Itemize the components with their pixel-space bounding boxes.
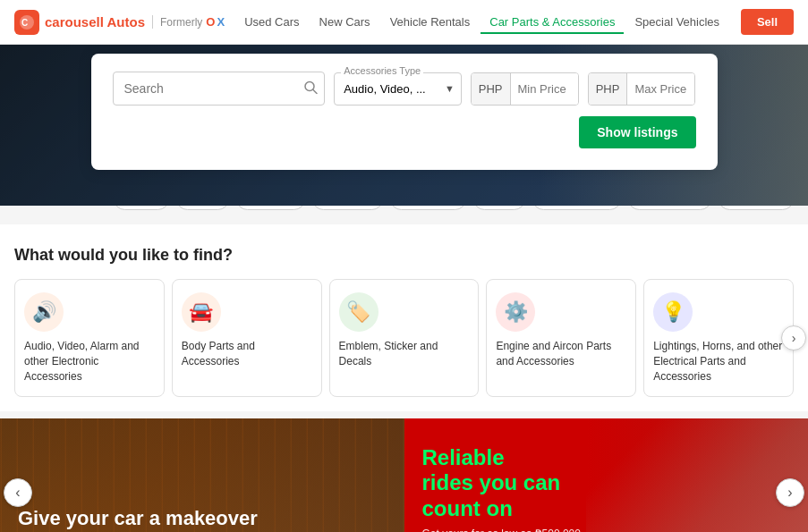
- formerly-area: Formerly OX: [152, 15, 225, 29]
- main-nav: Used Cars New Cars Vehicle Rentals Car P…: [235, 10, 741, 34]
- min-price-input[interactable]: [511, 73, 579, 105]
- search-btn-row: Show listings: [113, 116, 696, 148]
- ox-o: O: [206, 15, 215, 29]
- category-audio-label: Audio, Video, Alarm and other Electronic…: [24, 339, 155, 384]
- categories-row: 🔊 Audio, Video, Alarm and other Electron…: [14, 279, 794, 397]
- search-input-wrap: [113, 72, 326, 106]
- sell-button[interactable]: Sell: [741, 9, 794, 35]
- banner-makeover[interactable]: Give your car a makeover Parts and acces…: [0, 418, 404, 532]
- logo-brand: carousell Autos: [45, 14, 145, 30]
- search-icon-button[interactable]: [303, 80, 318, 97]
- formerly-label: Formerly: [160, 16, 202, 29]
- search-icon: [303, 80, 318, 95]
- max-price-currency: PHP: [589, 73, 628, 105]
- categories-section: What would you like to find? 🔊 Audio, Vi…: [0, 224, 808, 411]
- category-engine-label: Engine and Aircon Parts and Accessories: [496, 339, 626, 369]
- nav-new-cars[interactable]: New Cars: [310, 10, 379, 34]
- show-listings-button[interactable]: Show listings: [579, 116, 695, 148]
- banner-right-text: Reliable rides you can count on Get your…: [422, 445, 625, 532]
- search-row: Accessories Type Audio, Video, ... Body …: [113, 72, 696, 106]
- banner-makeover-title: Give your car a makeover: [18, 507, 322, 530]
- nav-vehicle-rentals[interactable]: Vehicle Rentals: [381, 10, 480, 34]
- banner-prev-button[interactable]: ‹: [4, 478, 32, 507]
- category-engine[interactable]: ⚙️ Engine and Aircon Parts and Accessori…: [486, 279, 636, 397]
- categories-title: What would you like to find?: [14, 246, 794, 265]
- category-audio-icon: 🔊: [24, 292, 64, 332]
- banner-left-text: Give your car a makeover Parts and acces…: [18, 507, 322, 532]
- header: C carousell Autos Formerly OX Used Cars …: [0, 0, 808, 45]
- category-engine-icon: ⚙️: [496, 292, 535, 332]
- banner-reliable-title: Reliable rides you can count on: [422, 445, 625, 522]
- max-price-input[interactable]: [627, 73, 695, 105]
- banner-reliable[interactable]: Reliable rides you can count on Get your…: [404, 418, 809, 532]
- accessories-label: Accessories Type: [341, 65, 423, 76]
- ox-x: X: [217, 15, 225, 29]
- banner-next-button[interactable]: ›: [776, 478, 804, 507]
- banners-section: ‹ Give your car a makeover Parts and acc…: [0, 418, 808, 532]
- category-emblem[interactable]: 🏷️ Emblem, Sticker and Decals: [329, 279, 480, 397]
- svg-line-3: [313, 90, 317, 94]
- logo-area: C carousell Autos: [14, 10, 145, 35]
- banner-reliable-subtitle: Get yours for as low as ₱500,000: [422, 528, 625, 532]
- category-emblem-icon: 🏷️: [339, 292, 378, 332]
- accessories-dropdown[interactable]: Audio, Video, ... Body Parts and Accesso…: [334, 72, 462, 106]
- search-input[interactable]: [113, 72, 326, 106]
- categories-next-button[interactable]: ›: [781, 325, 806, 350]
- max-price-wrap: PHP: [588, 72, 696, 106]
- search-container: Accessories Type Audio, Video, ... Body …: [91, 54, 718, 170]
- nav-car-parts[interactable]: Car Parts & Accessories: [481, 10, 624, 34]
- category-body-label: Body Parts and Accessories: [182, 339, 312, 369]
- category-lighting-label: Lightings, Horns, and other Electrical P…: [653, 339, 784, 384]
- accessories-select-wrap: Accessories Type Audio, Video, ... Body …: [334, 72, 462, 106]
- category-audio[interactable]: 🔊 Audio, Video, Alarm and other Electron…: [14, 279, 165, 397]
- banner-reliable-word: Reliable: [422, 445, 505, 469]
- min-price-currency: PHP: [472, 73, 511, 105]
- category-emblem-label: Emblem, Sticker and Decals: [339, 339, 470, 369]
- category-lighting[interactable]: 💡 Lightings, Horns, and other Electrical…: [643, 279, 794, 397]
- category-body-parts[interactable]: 🚘 Body Parts and Accessories: [172, 279, 322, 397]
- nav-used-cars[interactable]: Used Cars: [235, 10, 308, 34]
- banner-reliable-rest: rides you can count on: [422, 470, 561, 520]
- logo-icon: C: [14, 10, 39, 35]
- category-lighting-icon: 💡: [653, 292, 693, 332]
- category-body-icon: 🚘: [182, 292, 221, 332]
- nav-special-vehicles[interactable]: Special Vehicles: [625, 10, 728, 34]
- svg-text:C: C: [21, 18, 28, 28]
- ox-logo: OX: [206, 15, 225, 29]
- min-price-wrap: PHP: [471, 72, 579, 106]
